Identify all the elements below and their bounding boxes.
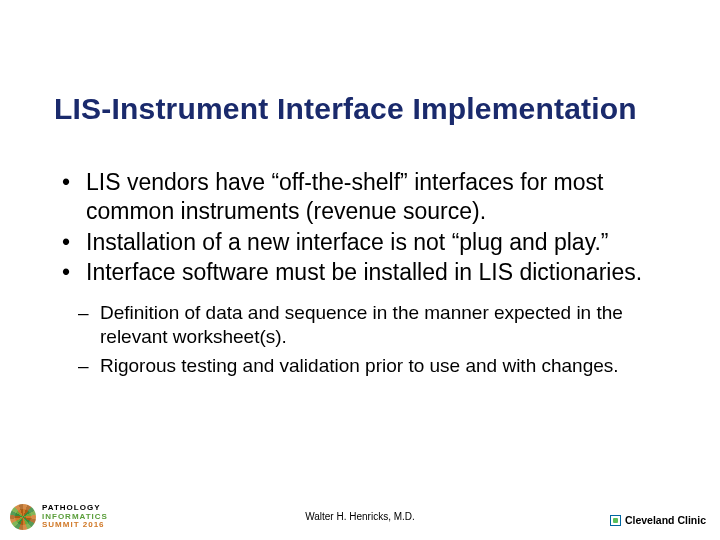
slide-title: LIS-Instrument Interface Implementation [54,92,680,126]
bullet-item: Installation of a new interface is not “… [54,228,660,257]
sub-bullet-item: Rigorous testing and validation prior to… [76,354,660,378]
sub-bullet-item: Definition of data and sequence in the m… [76,301,660,350]
summit-line: SUMMIT 2016 [42,521,108,529]
footer-right-logo: Cleveland Clinic [610,514,706,526]
summit-badge-icon [10,504,36,530]
cleveland-clinic-icon [610,515,621,526]
slide: LIS-Instrument Interface Implementation … [0,0,720,540]
slide-body: LIS vendors have “off-the-shelf” interfa… [54,168,660,382]
bullet-list: LIS vendors have “off-the-shelf” interfa… [54,168,660,287]
bullet-item: LIS vendors have “off-the-shelf” interfa… [54,168,660,226]
summit-text: PATHOLOGY INFORMATICS SUMMIT 2016 [42,504,108,529]
footer-left-logo: PATHOLOGY INFORMATICS SUMMIT 2016 [10,504,108,530]
bullet-item: Interface software must be installed in … [54,258,660,287]
cleveland-clinic-text: Cleveland Clinic [625,514,706,526]
sub-bullet-list: Definition of data and sequence in the m… [76,301,660,378]
